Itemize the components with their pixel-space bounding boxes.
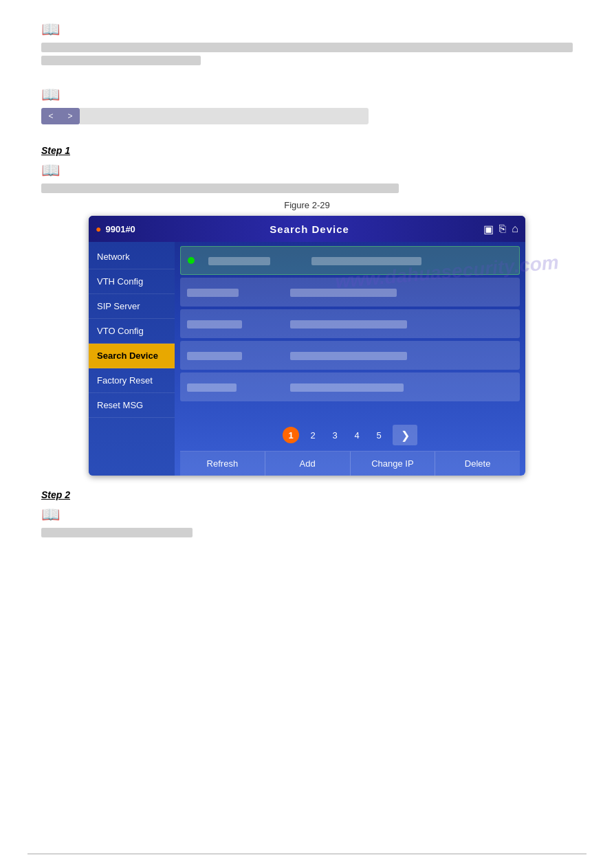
sidebar-item-factory-reset[interactable]: Factory Reset	[89, 368, 175, 393]
device-row[interactable]	[180, 341, 520, 370]
sidebar-item-search-device[interactable]: Search Device	[89, 344, 175, 368]
panel-header-icons: ▣ ⎘ ⌂	[483, 223, 518, 236]
pagination-next-button[interactable]: ❯	[393, 425, 417, 445]
sidebar-item-sip-server[interactable]: SIP Server	[89, 294, 175, 319]
print-icon[interactable]: ⎘	[499, 223, 506, 235]
step1-note: 📖	[41, 162, 573, 193]
device-ip	[187, 382, 276, 392]
text-bar-2	[41, 56, 201, 65]
device-list	[180, 246, 520, 419]
screenshot-icon[interactable]: ▣	[483, 223, 494, 236]
nav-prev-button[interactable]: <	[41, 108, 61, 124]
sidebar-item-network[interactable]: Network	[89, 245, 175, 269]
pagination-bar: 1 2 3 4 5 ❯	[180, 419, 520, 451]
step2-label: Step 2	[41, 489, 573, 500]
page-1[interactable]: 1	[283, 427, 299, 443]
add-button[interactable]: Add	[265, 452, 351, 476]
step1-text-bar	[41, 183, 399, 193]
device-row[interactable]	[180, 278, 520, 307]
device-status	[290, 287, 513, 296]
device-ip	[187, 287, 276, 297]
device-id: 9901#0	[105, 224, 135, 234]
device-row[interactable]	[180, 309, 520, 338]
device-row[interactable]	[180, 246, 520, 275]
panel-body: Network VTH Config SIP Server VTO Config…	[89, 242, 525, 476]
book-icon-3: 📖	[41, 162, 573, 179]
device-row[interactable]	[180, 372, 520, 401]
location-icon: ●	[96, 223, 101, 234]
sidebar-item-reset-msg[interactable]: Reset MSG	[89, 393, 175, 418]
refresh-button[interactable]: Refresh	[180, 452, 265, 476]
device-status	[290, 382, 513, 391]
panel-title: Search Device	[270, 223, 349, 235]
bottom-divider	[28, 854, 586, 854]
device-ip	[208, 256, 298, 265]
page-3[interactable]: 3	[327, 427, 343, 443]
book-icon-1: 📖	[41, 21, 573, 38]
device-status	[290, 350, 513, 359]
device-status	[311, 256, 512, 265]
page-5[interactable]: 5	[371, 427, 387, 443]
text-bar-1	[41, 43, 573, 52]
panel-header-left: ● 9901#0	[96, 223, 135, 234]
section-1: 📖	[41, 14, 573, 65]
device-ip	[187, 350, 276, 360]
step1-label: Step 1	[41, 145, 573, 156]
device-panel: ● 9901#0 Search Device ▣ ⎘ ⌂ Network VTH…	[89, 216, 525, 476]
device-ip	[187, 319, 276, 329]
panel-header: ● 9901#0 Search Device ▣ ⎘ ⌂	[89, 216, 525, 242]
delete-button[interactable]: Delete	[435, 452, 520, 476]
device-indicator	[188, 257, 195, 264]
action-buttons: Refresh Add Change IP Delete	[180, 451, 520, 476]
section-2: 📖 < >	[41, 86, 573, 124]
nav-bar	[80, 108, 369, 124]
panel-content: 1 2 3 4 5 ❯ Refresh Add Change IP Delete	[175, 242, 525, 476]
device-status	[290, 319, 513, 328]
panel-sidebar: Network VTH Config SIP Server VTO Config…	[89, 242, 175, 476]
page-4[interactable]: 4	[349, 427, 365, 443]
book-icon-4: 📖	[41, 506, 573, 524]
book-icon-2: 📖	[41, 86, 573, 104]
sidebar-item-vth-config[interactable]: VTH Config	[89, 269, 175, 294]
sidebar-item-vto-config[interactable]: VTO Config	[89, 319, 175, 344]
change-ip-button[interactable]: Change IP	[351, 452, 436, 476]
home-icon[interactable]: ⌂	[512, 223, 518, 235]
step2-text-bar	[41, 528, 193, 537]
step2-note: 📖	[41, 506, 573, 537]
page-2[interactable]: 2	[305, 427, 321, 443]
step2-section: Step 2 📖	[41, 489, 573, 537]
figure-caption: Figure 2-29	[41, 200, 573, 210]
nav-next-button[interactable]: >	[61, 108, 80, 124]
